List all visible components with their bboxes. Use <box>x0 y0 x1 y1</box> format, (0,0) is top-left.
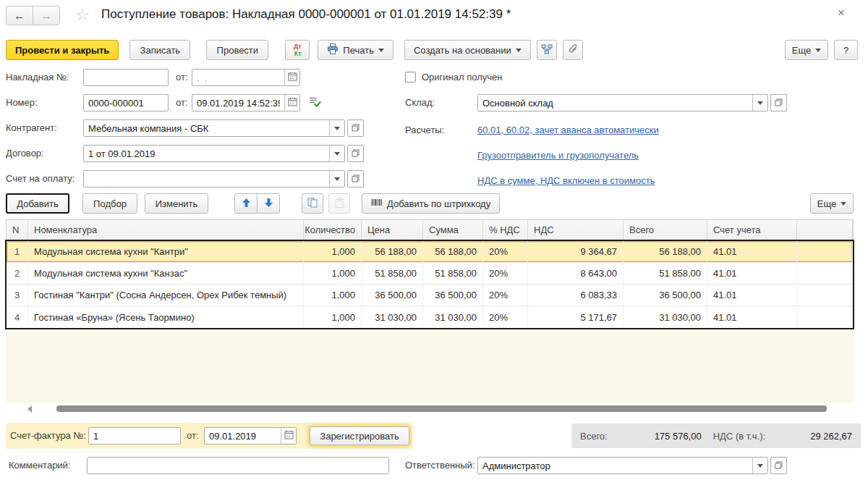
invoice-date-field[interactable] <box>192 69 300 86</box>
post-and-close-button[interactable]: Провести и закрыть <box>6 40 119 60</box>
register-invoice-button[interactable]: Зарегистрировать <box>310 426 409 445</box>
add-by-barcode-button[interactable]: Добавить по штрихкоду <box>362 193 500 214</box>
number-field[interactable] <box>83 94 169 111</box>
calendar-button[interactable] <box>281 428 296 444</box>
document-date-input[interactable] <box>192 95 284 111</box>
post-button[interactable]: Провести <box>206 40 268 60</box>
responsible-field[interactable] <box>477 457 768 474</box>
dropdown-button[interactable] <box>752 458 767 473</box>
dtkt-icon: ДтКт <box>294 43 302 57</box>
warehouse-label: Склад: <box>405 94 435 111</box>
column-header[interactable]: Количество <box>304 220 362 240</box>
print-button[interactable]: Печать <box>318 40 393 60</box>
invoice-number-field[interactable] <box>83 69 169 86</box>
column-header[interactable]: Номенклатура <box>28 220 304 240</box>
comment-label: Комментарий: <box>9 457 71 474</box>
comment-input[interactable] <box>88 458 388 473</box>
edit-button[interactable]: Изменить <box>145 193 208 214</box>
counterparty-input[interactable] <box>84 120 329 136</box>
move-down-button[interactable] <box>257 193 280 214</box>
number-input[interactable] <box>84 95 168 111</box>
table-row[interactable]: 3 Гостиная "Кантри" (Сосна Андерсен, Оре… <box>7 285 853 306</box>
comment-field[interactable] <box>87 457 389 474</box>
chevron-down-icon <box>757 464 763 468</box>
vat-link[interactable]: НДС в сумме, НДС включен в стоимость <box>477 172 655 190</box>
payment-invoice-field[interactable] <box>83 170 345 188</box>
open-warehouse-button[interactable] <box>770 94 787 111</box>
invoice-footer-number-input[interactable] <box>89 428 180 444</box>
calendar-button[interactable] <box>284 70 299 85</box>
attachments-button[interactable] <box>563 40 583 60</box>
invoice-from-label: от: <box>176 69 188 86</box>
chevron-down-icon <box>815 49 821 52</box>
warehouse-input[interactable] <box>478 95 752 111</box>
forward-button[interactable]: → <box>33 6 60 25</box>
counterparty-field[interactable] <box>83 119 345 137</box>
table-row[interactable]: 4 Гостиная «Бруна» (Ясень Таормино) 1,00… <box>7 306 853 328</box>
dropdown-button[interactable] <box>329 146 344 161</box>
dtkt-button[interactable]: ДтКт <box>285 40 310 60</box>
open-payment-invoice-button[interactable] <box>347 170 364 188</box>
copy-button[interactable] <box>302 193 323 214</box>
more-button[interactable]: Еще <box>785 40 828 60</box>
add-row-button[interactable]: Добавить <box>6 193 69 214</box>
total-label: Всего: <box>580 431 608 442</box>
invoice-number-input[interactable] <box>84 70 168 85</box>
help-button[interactable]: ? <box>834 40 858 60</box>
column-header[interactable]: Сумма <box>423 220 483 240</box>
paste-button[interactable] <box>328 193 350 214</box>
contract-input[interactable] <box>84 146 329 161</box>
open-icon <box>775 460 783 471</box>
save-button[interactable]: Записать <box>129 40 190 60</box>
related-documents-button[interactable] <box>537 40 557 60</box>
payment-invoice-input[interactable] <box>84 171 329 187</box>
invoice-footer-date-input[interactable] <box>205 428 281 444</box>
column-header[interactable]: % НДС <box>483 220 528 240</box>
column-header[interactable]: N <box>7 220 28 240</box>
responsible-input[interactable] <box>478 458 752 473</box>
invoice-number-label: Накладная №: <box>6 69 69 86</box>
horizontal-scrollbar[interactable] <box>6 405 854 413</box>
table-row[interactable]: 2 Модульная система кухни "Канзас" 1,000… <box>7 263 853 285</box>
dropdown-button[interactable] <box>329 171 344 187</box>
create-based-on-button[interactable]: Создать на основании <box>404 40 531 60</box>
calendar-icon <box>284 430 294 442</box>
pick-button[interactable]: Подбор <box>82 193 137 214</box>
invoice-date-input[interactable] <box>192 70 284 85</box>
chevron-down-icon <box>757 101 763 105</box>
dropdown-button[interactable] <box>329 120 344 136</box>
settlements-link[interactable]: 60.01, 60.02, зачет аванса автоматически <box>477 122 659 139</box>
document-window: ← → ☆ Поступление товаров: Накладная 000… <box>0 0 868 480</box>
back-button[interactable]: ← <box>6 6 33 25</box>
structure-icon <box>541 44 553 56</box>
items-more-button[interactable]: Еще <box>810 193 854 214</box>
original-received-checkbox[interactable] <box>405 72 416 83</box>
column-header[interactable]: НДС <box>528 220 624 240</box>
dropdown-button[interactable] <box>752 95 767 111</box>
scrollbar-thumb[interactable] <box>56 405 827 412</box>
scroll-left-icon[interactable] <box>27 405 32 413</box>
column-header-blank <box>797 220 853 240</box>
close-icon[interactable]: × <box>838 6 845 20</box>
invoice-footer-number-field[interactable] <box>88 427 181 445</box>
main-toolbar: Провести и закрыть Записать Провести ДтК… <box>6 40 583 60</box>
column-header[interactable]: Счет учета <box>707 220 797 240</box>
open-contract-button[interactable] <box>347 145 364 162</box>
cargo-link[interactable]: Грузоотправитель и грузополучатель <box>477 147 639 164</box>
responsible-label: Ответственный: <box>405 457 475 474</box>
invoice-footer-date-field[interactable] <box>204 427 297 445</box>
move-up-button[interactable] <box>234 193 258 214</box>
original-received-label: Оригинал получен <box>422 69 502 86</box>
open-responsible-button[interactable] <box>770 457 787 474</box>
column-header[interactable]: Цена <box>362 220 423 240</box>
table-row[interactable]: 1 Модульная система кухни "Кантри" 1,000… <box>7 241 853 263</box>
calendar-button[interactable] <box>284 95 299 111</box>
column-header[interactable]: Всего <box>624 220 707 240</box>
contract-field[interactable] <box>83 145 345 162</box>
warehouse-field[interactable] <box>477 94 768 111</box>
favorite-star-icon[interactable]: ☆ <box>75 5 90 25</box>
open-icon <box>775 98 783 109</box>
auto-number-icon[interactable] <box>308 96 321 110</box>
document-date-field[interactable] <box>192 94 300 111</box>
open-counterparty-button[interactable] <box>347 119 364 137</box>
